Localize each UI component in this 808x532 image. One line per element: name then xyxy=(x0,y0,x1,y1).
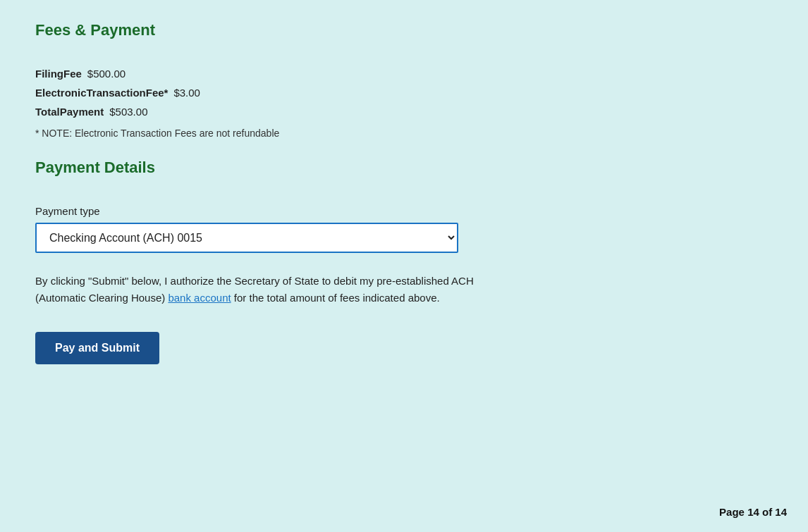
main-content: Fees & Payment FilingFee $500.00 Electro… xyxy=(0,0,808,385)
filing-fee-value: $500.00 xyxy=(87,68,126,80)
total-payment-label: TotalPayment xyxy=(35,106,104,118)
electronic-transaction-fee-value: $3.00 xyxy=(173,87,200,99)
page-indicator: Page 14 of 14 xyxy=(719,506,787,518)
authorization-text: By clicking "Submit" below, I authorize … xyxy=(35,273,501,307)
total-payment-value: $503.00 xyxy=(109,106,147,118)
electronic-transaction-fee-row: ElectronicTransactionFee* $3.00 xyxy=(35,87,773,99)
total-payment-row: TotalPayment $503.00 xyxy=(35,106,773,118)
electronic-fee-note: * NOTE: Electronic Transaction Fees are … xyxy=(35,128,773,139)
payment-details-title: Payment Details xyxy=(35,159,773,177)
filing-fee-row: FilingFee $500.00 xyxy=(35,68,773,80)
authorization-text-after-link: for the total amount of fees indicated a… xyxy=(231,292,440,304)
fees-payment-title: Fees & Payment xyxy=(35,21,773,39)
payment-type-select[interactable]: Checking Account (ACH) 0015 xyxy=(35,223,458,253)
pay-submit-button[interactable]: Pay and Submit xyxy=(35,332,159,364)
electronic-transaction-fee-label: ElectronicTransactionFee* xyxy=(35,87,168,99)
bank-account-link[interactable]: bank account xyxy=(168,292,231,304)
filing-fee-label: FilingFee xyxy=(35,68,82,80)
payment-type-label: Payment type xyxy=(35,205,773,217)
